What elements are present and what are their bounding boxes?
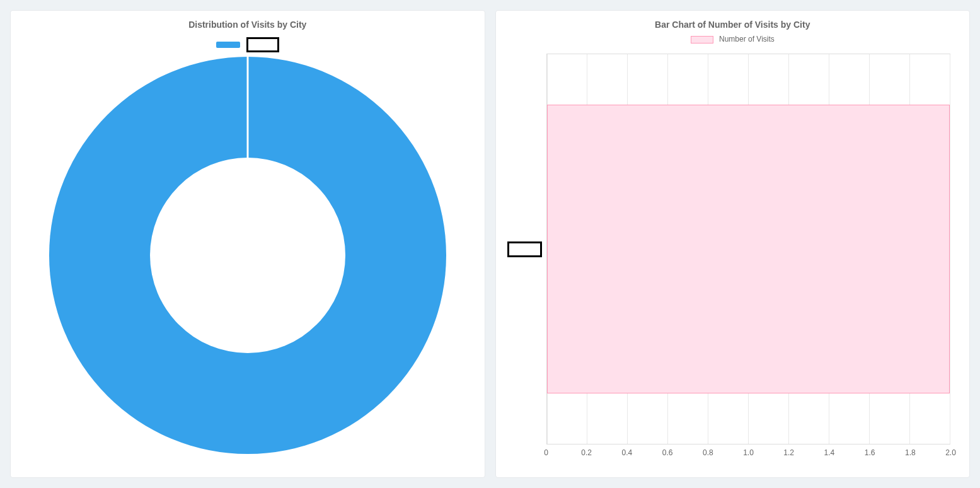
bar-legend[interactable]: Number of Visits xyxy=(502,35,964,44)
bar-x-tick: 0 xyxy=(544,448,548,457)
bar-x-tick: 1.2 xyxy=(783,448,794,457)
panel-bar-chart: Bar Chart of Number of Visits by City Nu… xyxy=(495,10,971,478)
donut-chart-area xyxy=(17,35,478,470)
bar-title: Bar Chart of Number of Visits by City xyxy=(502,20,964,30)
bar-gridline xyxy=(950,54,950,444)
bar-y-category-box xyxy=(507,241,542,257)
donut-svg xyxy=(46,54,449,457)
bar-x-tick: 1.8 xyxy=(905,448,916,457)
bar-chart-area: Number of Visits 00.20.40.60.81.01.21.41… xyxy=(502,35,964,470)
bar-x-tick: 0.8 xyxy=(703,448,713,457)
bar-series-rect[interactable] xyxy=(547,105,950,393)
bar-legend-label: Number of Visits xyxy=(719,35,775,44)
donut-title: Distribution of Visits by City xyxy=(17,20,478,30)
bar-x-tick: 0.6 xyxy=(662,448,673,457)
bar-x-tick: 0.2 xyxy=(581,448,592,457)
bar-x-tick: 2.0 xyxy=(945,448,956,457)
bar-legend-swatch xyxy=(691,36,713,44)
bar-x-tick: 0.4 xyxy=(622,448,633,457)
bar-x-tick: 1.0 xyxy=(743,448,754,457)
donut-legend-swatch xyxy=(216,42,240,48)
donut-legend-label-box xyxy=(246,37,279,52)
donut-hole xyxy=(150,158,345,353)
bar-x-tick: 1.4 xyxy=(824,448,835,457)
donut-legend[interactable] xyxy=(216,37,279,52)
bar-x-tick: 1.6 xyxy=(865,448,875,457)
panel-donut-chart: Distribution of Visits by City xyxy=(10,10,485,478)
bar-plot-area xyxy=(546,54,951,444)
